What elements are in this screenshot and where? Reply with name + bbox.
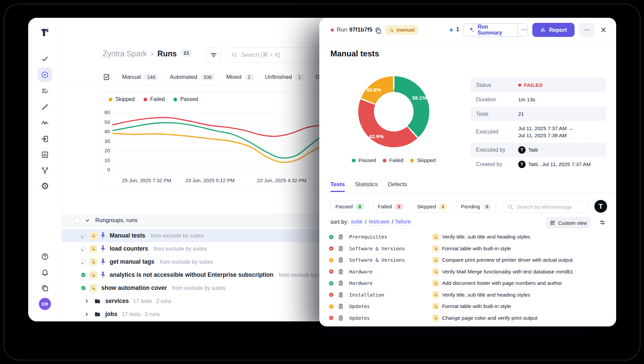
sidebar-item-analytics[interactable] (38, 147, 52, 162)
svg-text:25 Jun, 2025 7:32 PM: 25 Jun, 2025 7:32 PM (122, 177, 171, 183)
copy-run-id-icon[interactable] (374, 27, 382, 35)
click-chip (432, 233, 439, 241)
tab-label: Unfinished (265, 74, 292, 81)
tab-automated[interactable]: Automated536 (170, 74, 215, 81)
run-type-badge: manual (385, 25, 418, 35)
legend-label: Failed (150, 96, 165, 102)
sort-by-testcase[interactable]: testcase (369, 218, 389, 225)
app-logo[interactable] (38, 25, 52, 40)
drawer-tab-statistics[interactable]: Statistics (355, 181, 378, 192)
sort-by-failure[interactable]: failure (396, 218, 411, 225)
test-row[interactable]: InstallationVerify title, sub title and … (319, 289, 616, 301)
chevron-down-icon[interactable] (84, 217, 91, 224)
test-row[interactable]: HardwareVerify Mail Merge functionality … (319, 266, 616, 277)
select-all-checkbox[interactable] (74, 217, 80, 223)
run-origin: from exclude by suites (154, 246, 207, 252)
tests-search-bar[interactable] (503, 201, 588, 213)
suite-clipboard-icon (338, 315, 344, 321)
sidebar-item-milestones[interactable] (38, 99, 52, 114)
folder-runs-count: 2 runs (156, 298, 171, 304)
svg-text:50: 50 (104, 119, 110, 125)
filter-button[interactable] (206, 47, 221, 62)
manual-test-chip (432, 245, 439, 252)
legend-label: Failed (389, 157, 404, 163)
close-drawer-button[interactable] (600, 26, 607, 34)
sidebar-item-runs[interactable] (38, 67, 52, 82)
run-identifier: Run97f1b7f5 (337, 27, 372, 33)
report-label: Report (549, 27, 567, 33)
donut-value-label: 42.9% (369, 134, 384, 140)
click-chip (432, 279, 439, 287)
run-title: show automation cover (101, 284, 167, 292)
chip-label: Pending (461, 204, 480, 210)
runs-icon (41, 71, 49, 79)
drawer-more-button[interactable] (579, 23, 595, 37)
sidebar-item-activity[interactable] (38, 115, 52, 130)
test-row[interactable]: PrerequisitesVerify title, sub title and… (319, 231, 616, 243)
info-row-executed: ExecutedJul 11, 2025 7:37 AM →Jul 11, 20… (471, 121, 606, 143)
close-icon (600, 26, 607, 34)
run-summary-button[interactable]: Run Summary (464, 23, 528, 37)
chevron-right-icon[interactable] (84, 311, 90, 317)
filter-chip-failed[interactable]: Failed9 (373, 201, 408, 213)
tab-count-badge: 146 (144, 74, 158, 81)
manual-click-icon (389, 27, 394, 33)
run-passed-icon (80, 272, 86, 278)
drawer-header: Run97f1b7f5 manual 1 Run Summary Report (319, 18, 616, 42)
tab-manual[interactable]: Manual146 (122, 74, 158, 81)
sidebar-item-tests[interactable] (38, 51, 52, 66)
user-name: Tatti (528, 147, 538, 153)
sidebar-item-user[interactable]: ER (38, 297, 52, 311)
imports-icon (41, 135, 49, 143)
donut-value-label: 38.1% (412, 95, 427, 101)
sidebar-item-imports[interactable] (38, 132, 52, 146)
sidebar-item-help[interactable] (38, 249, 52, 264)
donut-hole (374, 92, 414, 132)
sidebar-item-notifications[interactable] (38, 265, 52, 280)
summary-more-icon[interactable] (521, 27, 527, 33)
jira-issue-icon[interactable] (448, 27, 454, 33)
test-suite-name: Software & Versions (349, 246, 405, 251)
test-row[interactable]: Software & VersionsCompare print preview… (319, 254, 616, 266)
custom-view-button[interactable]: Custom view (546, 217, 591, 228)
test-row[interactable]: HardwareAdd document footer with page nu… (319, 277, 616, 289)
info-row-duration: Duration1m 13s (471, 92, 606, 107)
test-title: Format table with built-in style (442, 303, 511, 309)
tab-unfinished[interactable]: Unfinished1 (265, 74, 304, 81)
info-value: TTatti (518, 146, 538, 154)
search-input[interactable] (241, 52, 332, 58)
settings-icon: ⚙ (41, 182, 49, 191)
filter-chip-passed[interactable]: Passed8 (330, 201, 369, 213)
run-origin: from exclude by suites (160, 259, 213, 265)
sort-by-suite[interactable]: suite (351, 218, 363, 225)
test-suite-name: Hardware (349, 269, 373, 274)
tests-search-input[interactable] (517, 204, 584, 210)
report-button[interactable]: Report (532, 23, 575, 37)
breadcrumb-project[interactable]: Zyntra Spark (103, 49, 147, 58)
view-settings-icon[interactable] (599, 219, 606, 226)
info-label: Executed (471, 129, 518, 135)
legend-dot (144, 98, 147, 101)
test-row[interactable]: Software & VersionsFormat table with bui… (319, 243, 616, 254)
test-row[interactable]: UpdatesChange page color and verify prin… (319, 312, 616, 324)
sparkles-icon (468, 27, 475, 33)
legend-label: Passed (359, 157, 376, 163)
tab-label: Manual (122, 74, 141, 81)
manual-test-chip (432, 314, 439, 322)
chevron-right-icon[interactable] (84, 298, 90, 304)
sidebar-item-settings[interactable]: ⚙ (38, 179, 52, 194)
filter-chip-skipped[interactable]: Skipped4 (412, 201, 452, 213)
sidebar-item-test-plans[interactable] (38, 84, 52, 98)
info-label: Duration (471, 97, 518, 103)
tab-mixed[interactable]: Mixed2 (226, 74, 253, 81)
filter-chip-pending[interactable]: Pending0 (456, 201, 496, 213)
drawer-tab-defects[interactable]: Defects (388, 181, 407, 192)
sidebar-item-branches[interactable] (38, 163, 52, 178)
folder-runs-count: 2 runs (145, 311, 160, 317)
svg-text:60: 60 (104, 109, 110, 115)
select-runs-icon[interactable] (103, 73, 111, 81)
drawer-tab-tests[interactable]: Tests (330, 181, 345, 192)
sidebar-item-projects[interactable] (38, 281, 52, 296)
info-value: FAILED (518, 82, 543, 88)
test-row[interactable]: UpdatesFormat table with built-in style (319, 301, 616, 312)
